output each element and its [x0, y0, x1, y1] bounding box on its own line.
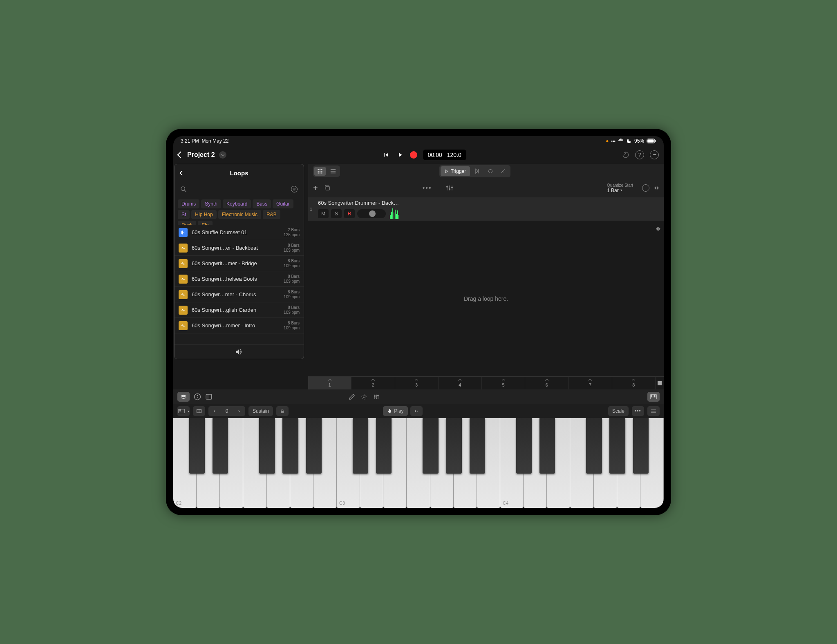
preview-volume-icon[interactable]	[235, 348, 243, 356]
black-key[interactable]	[586, 418, 602, 474]
svg-rect-1	[647, 139, 653, 143]
tag-bass[interactable]: Bass	[253, 199, 271, 208]
keyboard-type-button[interactable]: ▾	[177, 406, 190, 416]
project-title[interactable]: Project 2	[187, 151, 215, 159]
resize-handle-1[interactable]	[654, 186, 659, 190]
scene-trigger[interactable]: 7	[569, 377, 612, 389]
mute-button[interactable]: M	[318, 209, 329, 218]
resize-handle-2[interactable]	[656, 227, 660, 231]
loop-item[interactable]: 60s Songwri…glish Garden 8 Bars109 bpm	[175, 302, 304, 318]
octave-down[interactable]: ‹	[208, 406, 221, 416]
info-icon[interactable]	[194, 393, 201, 400]
svg-rect-14	[331, 173, 336, 174]
retrigger-mode[interactable]	[472, 166, 483, 176]
record-arm-button[interactable]: R	[344, 209, 355, 218]
solo-button[interactable]: S	[331, 209, 342, 218]
filter-icon[interactable]	[291, 186, 298, 193]
loop-item[interactable]: 60s Songwrit…mer - Bridge 8 Bars109 bpm	[175, 256, 304, 271]
svg-point-54	[376, 397, 377, 398]
black-key[interactable]	[189, 418, 205, 474]
black-key[interactable]	[470, 418, 485, 474]
black-key[interactable]	[516, 418, 532, 474]
scene-stop-all[interactable]	[656, 377, 664, 389]
edit-mode[interactable]	[498, 166, 509, 176]
pencil-icon[interactable]	[349, 394, 355, 400]
touch-play-button[interactable]: Play	[383, 406, 407, 416]
tag-guitar[interactable]: Guitar	[273, 199, 293, 208]
record-mode[interactable]	[485, 166, 496, 176]
loop-item[interactable]: 60s Songwr…mer - Chorus 8 Bars109 bpm	[175, 287, 304, 302]
quantize-start[interactable]: Quantize Start 1 Bar ▾	[607, 183, 633, 193]
loop-item[interactable]: 60s Songwri…helsea Boots 8 Bars109 bpm	[175, 271, 304, 287]
black-key[interactable]	[282, 418, 298, 474]
tag-hiphop[interactable]: Hip Hop	[191, 210, 216, 219]
tag-cut[interactable]: St	[178, 210, 190, 219]
project-dropdown[interactable]	[219, 151, 226, 159]
track-options[interactable]: •••	[423, 184, 432, 192]
play-button[interactable]	[396, 151, 404, 159]
tag-keyboard[interactable]: Keyboard	[223, 199, 251, 208]
volume-slider[interactable]	[357, 209, 386, 218]
black-key[interactable]	[446, 418, 461, 474]
glissando-button[interactable]	[410, 406, 423, 416]
sliders-icon[interactable]	[373, 394, 380, 400]
tag-cut2[interactable]: Ele	[198, 221, 212, 225]
black-key[interactable]	[539, 418, 555, 474]
library-button[interactable]	[177, 392, 190, 402]
black-key[interactable]	[259, 418, 275, 474]
trigger-mode-button[interactable]: Trigger	[441, 166, 470, 176]
brightness-icon[interactable]	[361, 394, 367, 400]
rewind-button[interactable]	[382, 151, 390, 159]
scene-trigger[interactable]: 2	[351, 377, 395, 389]
marker-icon[interactable]	[642, 184, 649, 192]
loop-item[interactable]: 60s Shuffle Drumset 01 2 Bars125 bpm	[175, 225, 304, 240]
help-button[interactable]: ?	[635, 150, 644, 159]
black-key[interactable]	[609, 418, 625, 474]
grid-view-toggle[interactable]	[314, 167, 326, 176]
duplicate-icon[interactable]	[324, 184, 331, 192]
tag-electronic[interactable]: Electronic Music	[218, 210, 261, 219]
list-view-toggle[interactable]	[327, 167, 339, 176]
black-key[interactable]	[423, 418, 438, 474]
black-key[interactable]	[633, 418, 649, 474]
keyboard-view-button[interactable]	[647, 392, 660, 402]
scene-trigger[interactable]: 4	[439, 377, 482, 389]
tag-drums[interactable]: Drums	[178, 199, 199, 208]
scene-trigger[interactable]: 8	[612, 377, 656, 389]
lock-button[interactable]	[276, 406, 289, 416]
octave-up[interactable]: ›	[233, 406, 245, 416]
black-key[interactable]	[306, 418, 322, 474]
undo-icon[interactable]	[622, 151, 629, 159]
kbd-more-button[interactable]: •••	[632, 406, 644, 416]
scene-trigger[interactable]: 6	[525, 377, 568, 389]
loops-back-button[interactable]	[179, 170, 185, 176]
sustain-button[interactable]: Sustain	[248, 406, 273, 416]
mixer-icon[interactable]	[446, 184, 453, 192]
search-icon[interactable]	[180, 186, 187, 192]
piano-keyboard[interactable]: C2C3C4	[173, 418, 664, 508]
black-key[interactable]	[376, 418, 392, 474]
svg-rect-66	[281, 411, 284, 413]
time-display[interactable]: 00:00120.0	[423, 150, 466, 160]
drop-zone[interactable]: Drag a loop here.	[308, 221, 664, 376]
loop-item[interactable]: 60s Songwri…er - Backbeat 8 Bars109 bpm	[175, 240, 304, 256]
scene-trigger[interactable]: 3	[395, 377, 439, 389]
tag-rnb[interactable]: R&B	[263, 210, 280, 219]
scene-trigger[interactable]: 5	[482, 377, 525, 389]
split-button[interactable]	[193, 406, 205, 416]
black-key[interactable]	[213, 418, 228, 474]
kbd-menu-button[interactable]	[647, 406, 660, 416]
black-key[interactable]	[353, 418, 368, 474]
record-button[interactable]	[410, 151, 417, 159]
add-track-button[interactable]: +	[313, 183, 318, 193]
loops-browser-panel: Loops Drums Synth Keyboard Bass Guitar S…	[174, 164, 304, 359]
back-button[interactable]	[177, 152, 184, 159]
scale-button[interactable]: Scale	[608, 406, 629, 416]
track-name[interactable]: 60s Songwriter Drummer - Back…	[318, 200, 433, 206]
scene-trigger[interactable]: 1	[308, 377, 351, 389]
more-button[interactable]: •••	[650, 150, 659, 159]
loop-item[interactable]: 60s Songwri…mmer - Intro 8 Bars109 bpm	[175, 318, 304, 333]
panel-icon[interactable]	[205, 393, 213, 400]
tag-synth[interactable]: Synth	[201, 199, 221, 208]
tag-rock[interactable]: Rock	[178, 221, 196, 225]
